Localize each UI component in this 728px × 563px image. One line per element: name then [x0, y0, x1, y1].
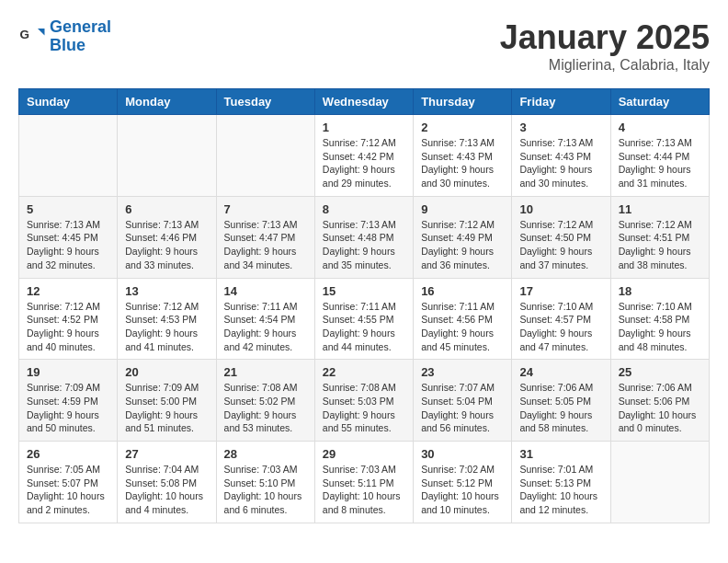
day-number: 20	[125, 365, 208, 379]
day-info: Sunrise: 7:12 AM Sunset: 4:50 PM Dayligh…	[519, 218, 602, 272]
day-cell	[19, 115, 118, 197]
day-info: Sunrise: 7:03 AM Sunset: 5:11 PM Dayligh…	[323, 463, 405, 517]
day-info: Sunrise: 7:13 AM Sunset: 4:43 PM Dayligh…	[421, 136, 504, 190]
day-info: Sunrise: 7:09 AM Sunset: 5:00 PM Dayligh…	[125, 381, 208, 435]
day-info: Sunrise: 7:10 AM Sunset: 4:58 PM Dayligh…	[619, 300, 701, 354]
day-cell: 23Sunrise: 7:07 AM Sunset: 5:04 PM Dayli…	[414, 360, 512, 442]
day-cell: 16Sunrise: 7:11 AM Sunset: 4:56 PM Dayli…	[414, 278, 512, 360]
day-cell: 9Sunrise: 7:12 AM Sunset: 4:49 PM Daylig…	[414, 196, 512, 278]
day-info: Sunrise: 7:09 AM Sunset: 4:59 PM Dayligh…	[27, 381, 109, 435]
day-info: Sunrise: 7:13 AM Sunset: 4:43 PM Dayligh…	[519, 136, 602, 190]
day-info: Sunrise: 7:12 AM Sunset: 4:51 PM Dayligh…	[619, 218, 701, 272]
day-cell	[610, 442, 709, 523]
location: Miglierina, Calabria, Italy	[500, 57, 710, 74]
day-number: 11	[619, 202, 701, 216]
day-number: 22	[323, 365, 405, 379]
day-number: 7	[224, 202, 307, 216]
weekday-saturday: Saturday	[610, 89, 709, 115]
week-row-5: 26Sunrise: 7:05 AM Sunset: 5:07 PM Dayli…	[19, 442, 710, 523]
day-info: Sunrise: 7:11 AM Sunset: 4:56 PM Dayligh…	[421, 300, 504, 354]
day-number: 29	[323, 447, 405, 461]
day-cell: 18Sunrise: 7:10 AM Sunset: 4:58 PM Dayli…	[610, 278, 709, 360]
day-cell: 28Sunrise: 7:03 AM Sunset: 5:10 PM Dayli…	[216, 442, 314, 523]
day-info: Sunrise: 7:13 AM Sunset: 4:44 PM Dayligh…	[619, 136, 701, 190]
day-number: 24	[519, 365, 602, 379]
day-info: Sunrise: 7:02 AM Sunset: 5:12 PM Dayligh…	[421, 463, 504, 517]
day-cell: 6Sunrise: 7:13 AM Sunset: 4:46 PM Daylig…	[118, 196, 216, 278]
day-info: Sunrise: 7:12 AM Sunset: 4:42 PM Dayligh…	[323, 136, 405, 190]
day-number: 31	[519, 447, 602, 461]
weekday-tuesday: Tuesday	[216, 89, 314, 115]
calendar: SundayMondayTuesdayWednesdayThursdayFrid…	[18, 88, 710, 523]
day-number: 9	[421, 202, 504, 216]
day-cell: 2Sunrise: 7:13 AM Sunset: 4:43 PM Daylig…	[414, 115, 512, 197]
day-cell: 21Sunrise: 7:08 AM Sunset: 5:02 PM Dayli…	[216, 360, 314, 442]
logo-text: General Blue	[50, 18, 111, 55]
day-number: 12	[27, 284, 109, 298]
day-cell: 14Sunrise: 7:11 AM Sunset: 4:54 PM Dayli…	[216, 278, 314, 360]
weekday-wednesday: Wednesday	[314, 89, 413, 115]
day-cell: 4Sunrise: 7:13 AM Sunset: 4:44 PM Daylig…	[610, 115, 709, 197]
day-info: Sunrise: 7:06 AM Sunset: 5:06 PM Dayligh…	[619, 381, 701, 435]
day-number: 15	[323, 284, 405, 298]
day-number: 10	[519, 202, 602, 216]
week-row-1: 1Sunrise: 7:12 AM Sunset: 4:42 PM Daylig…	[19, 115, 710, 197]
day-info: Sunrise: 7:13 AM Sunset: 4:46 PM Dayligh…	[125, 218, 208, 272]
day-number: 21	[224, 365, 307, 379]
day-cell: 7Sunrise: 7:13 AM Sunset: 4:47 PM Daylig…	[216, 196, 314, 278]
day-number: 18	[619, 284, 701, 298]
day-cell: 19Sunrise: 7:09 AM Sunset: 4:59 PM Dayli…	[19, 360, 118, 442]
logo: G General Blue	[18, 18, 111, 55]
day-info: Sunrise: 7:12 AM Sunset: 4:53 PM Dayligh…	[125, 300, 208, 354]
page-header: G General Blue January 2025 Miglierina, …	[18, 18, 710, 74]
day-info: Sunrise: 7:05 AM Sunset: 5:07 PM Dayligh…	[27, 463, 109, 517]
week-row-4: 19Sunrise: 7:09 AM Sunset: 4:59 PM Dayli…	[19, 360, 710, 442]
svg-marker-1	[38, 29, 45, 36]
day-cell: 12Sunrise: 7:12 AM Sunset: 4:52 PM Dayli…	[19, 278, 118, 360]
day-cell: 8Sunrise: 7:13 AM Sunset: 4:48 PM Daylig…	[314, 196, 413, 278]
day-number: 16	[421, 284, 504, 298]
day-info: Sunrise: 7:01 AM Sunset: 5:13 PM Dayligh…	[519, 463, 602, 517]
weekday-header-row: SundayMondayTuesdayWednesdayThursdayFrid…	[19, 89, 710, 115]
day-info: Sunrise: 7:06 AM Sunset: 5:05 PM Dayligh…	[519, 381, 602, 435]
day-info: Sunrise: 7:08 AM Sunset: 5:03 PM Dayligh…	[323, 381, 405, 435]
day-info: Sunrise: 7:07 AM Sunset: 5:04 PM Dayligh…	[421, 381, 504, 435]
day-info: Sunrise: 7:11 AM Sunset: 4:54 PM Dayligh…	[224, 300, 307, 354]
weekday-monday: Monday	[118, 89, 216, 115]
day-cell: 25Sunrise: 7:06 AM Sunset: 5:06 PM Dayli…	[610, 360, 709, 442]
day-cell: 17Sunrise: 7:10 AM Sunset: 4:57 PM Dayli…	[512, 278, 610, 360]
day-number: 13	[125, 284, 208, 298]
day-number: 30	[421, 447, 504, 461]
weekday-thursday: Thursday	[414, 89, 512, 115]
logo-icon: G	[18, 23, 46, 51]
day-cell: 24Sunrise: 7:06 AM Sunset: 5:05 PM Dayli…	[512, 360, 610, 442]
day-number: 6	[125, 202, 208, 216]
day-info: Sunrise: 7:10 AM Sunset: 4:57 PM Dayligh…	[519, 300, 602, 354]
week-row-2: 5Sunrise: 7:13 AM Sunset: 4:45 PM Daylig…	[19, 196, 710, 278]
day-number: 17	[519, 284, 602, 298]
day-number: 1	[323, 121, 405, 134]
day-cell: 1Sunrise: 7:12 AM Sunset: 4:42 PM Daylig…	[314, 115, 413, 197]
day-number: 23	[421, 365, 504, 379]
weekday-friday: Friday	[512, 89, 610, 115]
day-info: Sunrise: 7:12 AM Sunset: 4:52 PM Dayligh…	[27, 300, 109, 354]
day-number: 4	[619, 121, 701, 134]
day-number: 8	[323, 202, 405, 216]
day-info: Sunrise: 7:12 AM Sunset: 4:49 PM Dayligh…	[421, 218, 504, 272]
day-cell: 10Sunrise: 7:12 AM Sunset: 4:50 PM Dayli…	[512, 196, 610, 278]
day-info: Sunrise: 7:03 AM Sunset: 5:10 PM Dayligh…	[224, 463, 307, 517]
day-cell	[118, 115, 216, 197]
day-cell: 30Sunrise: 7:02 AM Sunset: 5:12 PM Dayli…	[414, 442, 512, 523]
day-cell: 13Sunrise: 7:12 AM Sunset: 4:53 PM Dayli…	[118, 278, 216, 360]
day-number: 5	[27, 202, 109, 216]
day-info: Sunrise: 7:13 AM Sunset: 4:47 PM Dayligh…	[224, 218, 307, 272]
day-cell	[216, 115, 314, 197]
day-info: Sunrise: 7:08 AM Sunset: 5:02 PM Dayligh…	[224, 381, 307, 435]
day-cell: 31Sunrise: 7:01 AM Sunset: 5:13 PM Dayli…	[512, 442, 610, 523]
svg-text:G: G	[20, 27, 30, 40]
day-cell: 11Sunrise: 7:12 AM Sunset: 4:51 PM Dayli…	[610, 196, 709, 278]
day-number: 26	[27, 447, 109, 461]
day-info: Sunrise: 7:04 AM Sunset: 5:08 PM Dayligh…	[125, 463, 208, 517]
day-cell: 3Sunrise: 7:13 AM Sunset: 4:43 PM Daylig…	[512, 115, 610, 197]
weekday-sunday: Sunday	[19, 89, 118, 115]
